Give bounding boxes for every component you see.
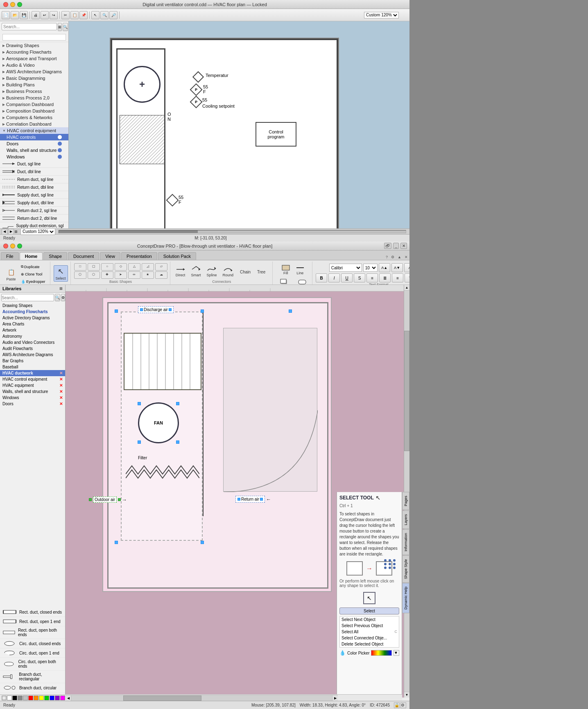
tb-zoom-in[interactable]: 🔍 bbox=[100, 11, 109, 19]
tab-minimize-ribbon[interactable]: ▲ bbox=[396, 254, 403, 260]
hvac-diagram-area[interactable]: Discharge air Coil bbox=[102, 297, 332, 592]
italic-btn[interactable]: I bbox=[328, 273, 340, 282]
sidebar-sub-windows[interactable]: Windows bbox=[0, 154, 68, 160]
sidebar-filter-input[interactable] bbox=[2, 34, 66, 41]
paste-button[interactable]: 📋 Paste bbox=[4, 266, 18, 282]
eyedropper-button[interactable]: 💧Eyedropper bbox=[19, 278, 47, 285]
align-center-btn[interactable]: ≣ bbox=[379, 273, 391, 282]
para-btn[interactable]: ▱ bbox=[155, 263, 167, 271]
tab-pages[interactable]: Pages bbox=[402, 492, 409, 510]
ctx-select-next[interactable]: Select Next Object bbox=[340, 616, 399, 623]
duct-item-3[interactable]: Return duct, dbl line bbox=[0, 183, 68, 191]
tb-select[interactable]: ↖ bbox=[91, 11, 100, 19]
sidebar-item-correlation[interactable]: ▶Correlation Dashboard bbox=[0, 121, 68, 127]
tab-document[interactable]: Document bbox=[68, 252, 99, 260]
lib-hvac-equipment[interactable]: HVAC equipment ✕ bbox=[0, 382, 65, 388]
ctx-select-connected[interactable]: Select Connected Obje... bbox=[340, 635, 399, 641]
minimize-button[interactable] bbox=[10, 2, 15, 7]
handle-tr[interactable] bbox=[289, 309, 292, 313]
swatch-gray[interactable] bbox=[18, 695, 23, 700]
dh-color-expand-btn[interactable]: ▼ bbox=[394, 650, 399, 656]
close-button[interactable] bbox=[3, 2, 8, 7]
lib-doors[interactable]: Doors ✕ bbox=[0, 401, 65, 407]
vscroll-thumb[interactable] bbox=[404, 331, 409, 451]
font-family-select[interactable]: Calibri bbox=[329, 264, 362, 272]
sidebar-item-business[interactable]: ▶Business Process bbox=[0, 88, 68, 95]
handle-tl[interactable] bbox=[115, 309, 118, 313]
hscroll-right-btn[interactable]: ▶ bbox=[332, 695, 338, 701]
strikethrough-btn[interactable]: S bbox=[354, 273, 365, 282]
align-right-btn[interactable]: ≡ bbox=[392, 273, 403, 282]
dh-color-picker-area[interactable]: 💧 Color Picker ▼ bbox=[339, 650, 399, 656]
tb-new[interactable]: 📄 bbox=[2, 11, 10, 19]
lib-cat-accounting[interactable]: Accounting Flowcharts bbox=[0, 309, 65, 315]
diamond-btn[interactable]: ◇ bbox=[115, 263, 127, 271]
lib-walls[interactable]: Walls, shell and structure ✕ bbox=[0, 388, 65, 395]
shape-branch-rect[interactable]: Branch duct, rectangular bbox=[0, 671, 65, 683]
star-btn[interactable]: ★ bbox=[142, 271, 154, 279]
tab-view[interactable]: View bbox=[100, 252, 120, 260]
sidebar-item-hvac[interactable]: ▼HVAC control equipment bbox=[0, 127, 68, 134]
shape-circ-duct-open1[interactable]: Circ. duct, open 1 end bbox=[0, 648, 65, 658]
tab-close-ribbon[interactable]: ✕ bbox=[403, 254, 409, 260]
sidebar-item-computers[interactable]: ▶Computers & Networks bbox=[0, 114, 68, 121]
swatch-ltgray[interactable] bbox=[23, 695, 28, 700]
cross-btn[interactable]: ✚ bbox=[101, 271, 113, 279]
duct-item-7[interactable]: Return duct 2, dbl line bbox=[0, 215, 68, 222]
handle-tm[interactable] bbox=[201, 309, 204, 313]
tb-cut[interactable]: ✂ bbox=[61, 11, 70, 19]
lib-search-btn[interactable]: 🔍 bbox=[55, 294, 60, 301]
ctx-select-prev[interactable]: Select Previous Object bbox=[340, 623, 399, 629]
tb-open[interactable]: 📂 bbox=[11, 11, 19, 19]
lib-hvac-control-close[interactable]: ✕ bbox=[59, 377, 63, 382]
tab-shape[interactable]: Shape bbox=[43, 252, 67, 260]
dh-color-gradient[interactable] bbox=[371, 650, 392, 656]
ellipse-btn[interactable]: ○ bbox=[101, 263, 113, 271]
lib-cat-active-dir[interactable]: Active Directory Diagrams bbox=[0, 315, 65, 321]
tb-save[interactable]: 💾 bbox=[20, 11, 28, 19]
lib-cat-baseball[interactable]: Baseball bbox=[0, 364, 65, 370]
sidebar-item-business2[interactable]: ▶Business Process 2,0 bbox=[0, 95, 68, 101]
bold-btn[interactable]: B bbox=[316, 273, 327, 282]
tb-print[interactable]: 🖨 bbox=[32, 11, 40, 19]
tab-file[interactable]: File bbox=[1, 252, 19, 260]
tab-solution-pack[interactable]: Solution Pack bbox=[158, 252, 196, 260]
sidebar-item-composition[interactable]: ▶Composition Dashboard bbox=[0, 108, 68, 114]
lib-cat-aws[interactable]: AWS Architecture Diagrams bbox=[0, 352, 65, 358]
sidebar-search-grid[interactable]: ⊞ bbox=[58, 23, 62, 31]
rect-btn[interactable]: □ bbox=[74, 263, 86, 271]
duct-item-5[interactable]: Supply duct, dbl line bbox=[0, 199, 68, 207]
lib-hvac-ductwork[interactable]: HVAC ductwork ✕ bbox=[0, 370, 65, 376]
win-restore-btn[interactable]: 🗗 bbox=[384, 243, 391, 249]
sidebar-item-building[interactable]: ▶Building Plans bbox=[0, 81, 68, 88]
page-next-btn[interactable]: ▶ bbox=[8, 229, 14, 235]
swatch-purple[interactable] bbox=[55, 695, 60, 700]
vscroll-down-btn[interactable]: ▼ bbox=[404, 692, 409, 698]
fill-btn[interactable]: Fill bbox=[279, 263, 292, 276]
bottom-min-btn[interactable] bbox=[10, 244, 15, 248]
lib-cat-astronomy[interactable]: Astronomy bbox=[0, 333, 65, 339]
duct-item-4[interactable]: Supply duct, sgl line bbox=[0, 191, 68, 199]
lib-cat-artwork[interactable]: Artwork bbox=[0, 327, 65, 333]
rounded-rect-btn[interactable]: ▢ bbox=[88, 263, 100, 271]
lib-cat-audit[interactable]: Audit Flowcharts bbox=[0, 345, 65, 352]
maximize-button[interactable] bbox=[17, 2, 22, 7]
top-zoom-select[interactable]: Custom 120% bbox=[20, 228, 55, 235]
win-min-btn2[interactable]: _ bbox=[393, 243, 399, 249]
hscroll-thumb[interactable] bbox=[123, 695, 201, 701]
spline-connector-btn[interactable]: Spline bbox=[205, 264, 219, 278]
tab-question-btn[interactable]: ? bbox=[384, 254, 389, 260]
tab-presentation[interactable]: Presentation bbox=[121, 252, 157, 260]
cloud-btn[interactable]: ☁ bbox=[155, 271, 167, 279]
swatch-yellow[interactable] bbox=[39, 695, 44, 700]
tab-information[interactable]: Information bbox=[402, 529, 409, 555]
swatch-green[interactable] bbox=[44, 695, 49, 700]
win-close-btn2[interactable]: ✕ bbox=[400, 243, 407, 249]
rtriangle-btn[interactable]: ◿ bbox=[142, 263, 154, 271]
sidebar-search-input[interactable] bbox=[2, 23, 57, 30]
lib-cat-bar-graphs[interactable]: Bar Graphs bbox=[0, 358, 65, 364]
canvas-drawing-area[interactable]: + T bbox=[110, 38, 339, 228]
swatch-black[interactable] bbox=[12, 695, 17, 700]
sidebar-sub-hvac-controls[interactable]: HVAC controls bbox=[0, 134, 68, 140]
canvas-vscrollbar[interactable]: ▲ ▼ bbox=[404, 285, 409, 698]
